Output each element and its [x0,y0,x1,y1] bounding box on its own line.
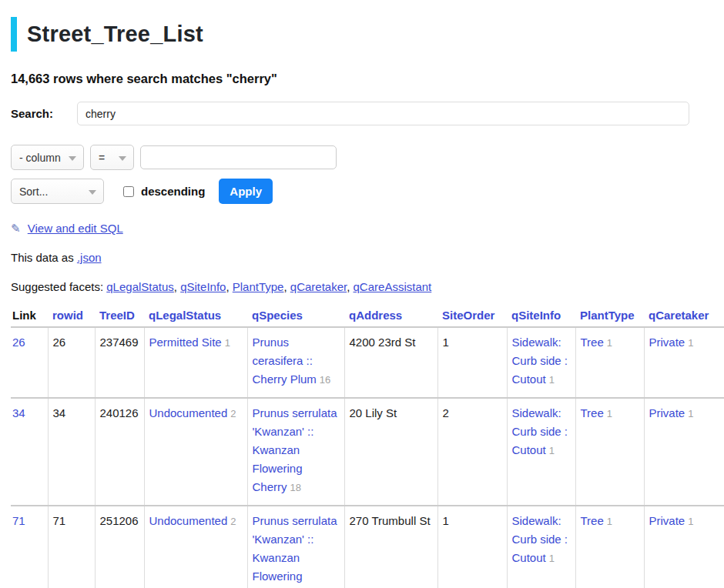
suggested-facets-row: Suggested facets: qLegalStatus, qSiteInf… [11,280,724,293]
filter-value-input[interactable] [140,145,337,169]
facet-link-qlegalstatus[interactable]: qLegalStatus [106,280,174,293]
cell-rowid: 71 [48,506,95,588]
cell-qspecies-link[interactable]: Prunus serrulata 'Kwanzan' :: Kwanzan Fl… [253,514,337,588]
facet-link-qcareassistant[interactable]: qCareAssistant [354,280,432,293]
cell-planttype-link[interactable]: Tree [581,406,604,419]
facet-link-planttype[interactable]: PlantType [233,280,284,293]
facet-count: 18 [290,482,301,493]
row-link[interactable]: 71 [12,514,25,527]
search-row: Search: [11,102,724,125]
facets-prefix: Suggested facets: [11,280,103,293]
facet-count: 1 [688,408,693,419]
json-link[interactable]: .json [77,251,102,264]
cell-qcaretaker-link[interactable]: Private [649,514,685,527]
filter-operator-select[interactable]: = [90,145,134,170]
search-input[interactable] [77,102,689,125]
table-header-row: Link rowid TreeID qLegalStatus qSpecies … [11,306,724,327]
facet-separator: , [226,280,229,293]
facet-count: 1 [607,516,612,527]
filter-row: - column - = [11,145,724,170]
cell-qspecies-link[interactable]: Prunus serrulata 'Kwanzan' :: Kwanzan Fl… [253,406,337,493]
cell-siteorder: 2 [437,398,507,506]
column-header-qlegalstatus[interactable]: qLegalStatus [149,309,221,322]
cell-qcaretaker-link[interactable]: Private [649,406,685,419]
pencil-icon: ✎ [11,222,21,235]
cell-planttype-link[interactable]: Tree [581,514,604,527]
filter-column-select[interactable]: - column - [11,145,84,170]
cell-qsiteinfo-link[interactable]: Sidewalk: Curb side : Cutout [512,336,568,386]
column-header-link: Link [11,306,48,327]
cell-qaddress: 20 Lily St [344,398,437,506]
sql-link-row: ✎ View and edit SQL [11,222,724,236]
cell-treeid: 237469 [95,327,144,398]
results-table: Link rowid TreeID qLegalStatus qSpecies … [11,306,724,588]
descending-checkbox[interactable] [123,186,134,197]
cell-qlegalstatus-link[interactable]: Undocumented [149,406,228,419]
column-header-qspecies[interactable]: qSpecies [252,309,303,322]
facet-count: 16 [320,374,330,386]
cell-treeid: 240126 [95,398,144,506]
cell-rowid: 26 [48,327,95,398]
facet-count: 1 [607,408,612,419]
row-link[interactable]: 34 [12,406,25,419]
facet-count: 1 [549,374,555,386]
cell-siteorder: 1 [437,506,507,588]
sort-select-wrap: Sort... [11,179,104,204]
facet-link-qsiteinfo[interactable]: qSiteInfo [180,280,226,293]
column-header-planttype[interactable]: PlantType [580,309,635,322]
column-header-rowid[interactable]: rowid [52,309,83,322]
operator-select-wrap: = [90,145,134,170]
facet-count: 1 [688,516,693,527]
cell-qlegalstatus-link[interactable]: Undocumented [149,514,228,527]
column-header-siteorder[interactable]: SiteOrder [442,309,494,322]
column-header-qaddress[interactable]: qAddress [349,309,402,322]
cell-qspecies-link[interactable]: Prunus cerasifera :: Cherry Plum [253,336,317,386]
facet-separator: , [283,280,287,293]
search-label: Search: [11,107,77,120]
facet-count: 1 [225,337,230,349]
facet-count: 1 [549,445,555,456]
row-link[interactable]: 26 [12,336,25,349]
data-export-row: This data as .json [11,251,724,264]
column-header-treeid[interactable]: TreeID [99,309,135,322]
descending-label: descending [141,185,205,198]
table-row: 71 71 251206 Undocumented2 Prunus serrul… [11,506,724,588]
page-title: Street_Tree_List [11,17,724,52]
cell-qsiteinfo-link[interactable]: Sidewalk: Curb side : Cutout [512,514,568,564]
table-row: 34 34 240126 Undocumented2 Prunus serrul… [11,398,724,506]
facet-count: 2 [230,516,236,527]
view-edit-sql-link[interactable]: View and edit SQL [28,222,123,235]
cell-qaddress: 4200 23rd St [344,327,437,398]
data-as-prefix: This data as [11,251,74,264]
sort-row: Sort... descending Apply [11,179,724,204]
cell-rowid: 34 [48,398,95,506]
apply-button[interactable]: Apply [219,179,273,204]
cell-qlegalstatus-link[interactable]: Permitted Site [149,336,222,349]
cell-qaddress: 270 Trumbull St [344,506,437,588]
column-header-qcaretaker[interactable]: qCaretaker [649,309,709,322]
cell-qcaretaker-link[interactable]: Private [649,336,685,349]
cell-qsiteinfo-link[interactable]: Sidewalk: Curb side : Cutout [512,406,568,456]
cell-siteorder: 1 [437,327,507,398]
cell-treeid: 251206 [95,506,144,588]
column-header-qsiteinfo[interactable]: qSiteInfo [511,309,561,322]
facet-link-qcaretaker[interactable]: qCaretaker [290,280,347,293]
sort-select[interactable]: Sort... [11,179,104,204]
table-row: 26 26 237469 Permitted Site1 Prunus cera… [11,327,724,398]
cell-planttype-link[interactable]: Tree [581,336,604,349]
column-select-wrap: - column - [11,145,84,170]
facet-separator: , [347,280,350,293]
facet-count: 1 [549,553,555,564]
facet-count: 1 [688,337,693,349]
facet-count: 2 [230,408,236,419]
facet-count: 1 [607,337,612,349]
row-count-summary: 14,663 rows where search matches "cherry… [11,72,724,86]
facet-separator: , [174,280,177,293]
